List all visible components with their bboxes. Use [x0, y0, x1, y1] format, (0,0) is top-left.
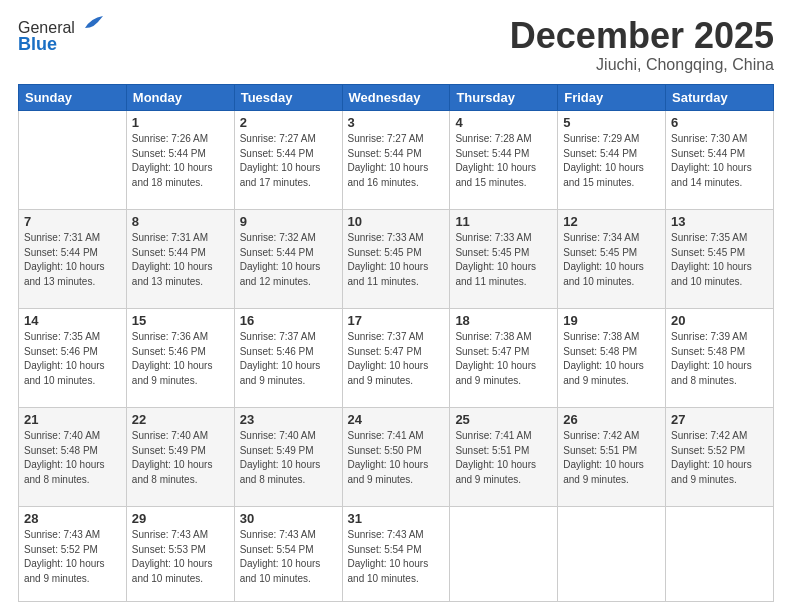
table-row: 8Sunrise: 7:31 AM Sunset: 5:44 PM Daylig… — [126, 210, 234, 309]
table-row: 4Sunrise: 7:28 AM Sunset: 5:44 PM Daylig… — [450, 111, 558, 210]
day-info: Sunrise: 7:42 AM Sunset: 5:51 PM Dayligh… — [563, 429, 660, 487]
day-number: 13 — [671, 214, 768, 229]
day-info: Sunrise: 7:28 AM Sunset: 5:44 PM Dayligh… — [455, 132, 552, 190]
col-wednesday: Wednesday — [342, 85, 450, 111]
day-info: Sunrise: 7:41 AM Sunset: 5:50 PM Dayligh… — [348, 429, 445, 487]
day-number: 6 — [671, 115, 768, 130]
day-number: 29 — [132, 511, 229, 526]
table-row — [450, 507, 558, 602]
day-info: Sunrise: 7:31 AM Sunset: 5:44 PM Dayligh… — [132, 231, 229, 289]
day-info: Sunrise: 7:29 AM Sunset: 5:44 PM Dayligh… — [563, 132, 660, 190]
day-info: Sunrise: 7:38 AM Sunset: 5:47 PM Dayligh… — [455, 330, 552, 388]
page-container: General Blue December 2025 Jiuchi, Chong… — [0, 0, 792, 612]
table-row: 1Sunrise: 7:26 AM Sunset: 5:44 PM Daylig… — [126, 111, 234, 210]
day-number: 7 — [24, 214, 121, 229]
day-number: 11 — [455, 214, 552, 229]
table-row — [666, 507, 774, 602]
day-number: 9 — [240, 214, 337, 229]
table-row: 3Sunrise: 7:27 AM Sunset: 5:44 PM Daylig… — [342, 111, 450, 210]
day-info: Sunrise: 7:38 AM Sunset: 5:48 PM Dayligh… — [563, 330, 660, 388]
table-row: 17Sunrise: 7:37 AM Sunset: 5:47 PM Dayli… — [342, 309, 450, 408]
day-number: 14 — [24, 313, 121, 328]
calendar-header-row: Sunday Monday Tuesday Wednesday Thursday… — [19, 85, 774, 111]
table-row: 10Sunrise: 7:33 AM Sunset: 5:45 PM Dayli… — [342, 210, 450, 309]
table-row: 22Sunrise: 7:40 AM Sunset: 5:49 PM Dayli… — [126, 408, 234, 507]
day-number: 24 — [348, 412, 445, 427]
table-row: 16Sunrise: 7:37 AM Sunset: 5:46 PM Dayli… — [234, 309, 342, 408]
day-info: Sunrise: 7:34 AM Sunset: 5:45 PM Dayligh… — [563, 231, 660, 289]
table-row: 18Sunrise: 7:38 AM Sunset: 5:47 PM Dayli… — [450, 309, 558, 408]
day-number: 21 — [24, 412, 121, 427]
day-info: Sunrise: 7:37 AM Sunset: 5:47 PM Dayligh… — [348, 330, 445, 388]
calendar-table: Sunday Monday Tuesday Wednesday Thursday… — [18, 84, 774, 602]
col-saturday: Saturday — [666, 85, 774, 111]
table-row: 2Sunrise: 7:27 AM Sunset: 5:44 PM Daylig… — [234, 111, 342, 210]
logo: General Blue — [18, 18, 105, 55]
day-info: Sunrise: 7:33 AM Sunset: 5:45 PM Dayligh… — [348, 231, 445, 289]
day-info: Sunrise: 7:43 AM Sunset: 5:54 PM Dayligh… — [240, 528, 337, 586]
day-info: Sunrise: 7:33 AM Sunset: 5:45 PM Dayligh… — [455, 231, 552, 289]
table-row: 28Sunrise: 7:43 AM Sunset: 5:52 PM Dayli… — [19, 507, 127, 602]
col-friday: Friday — [558, 85, 666, 111]
col-monday: Monday — [126, 85, 234, 111]
table-row: 13Sunrise: 7:35 AM Sunset: 5:45 PM Dayli… — [666, 210, 774, 309]
table-row: 15Sunrise: 7:36 AM Sunset: 5:46 PM Dayli… — [126, 309, 234, 408]
table-row: 14Sunrise: 7:35 AM Sunset: 5:46 PM Dayli… — [19, 309, 127, 408]
table-row: 11Sunrise: 7:33 AM Sunset: 5:45 PM Dayli… — [450, 210, 558, 309]
day-number: 15 — [132, 313, 229, 328]
day-number: 23 — [240, 412, 337, 427]
day-number: 22 — [132, 412, 229, 427]
day-info: Sunrise: 7:30 AM Sunset: 5:44 PM Dayligh… — [671, 132, 768, 190]
day-info: Sunrise: 7:43 AM Sunset: 5:54 PM Dayligh… — [348, 528, 445, 586]
col-thursday: Thursday — [450, 85, 558, 111]
day-number: 8 — [132, 214, 229, 229]
table-row: 31Sunrise: 7:43 AM Sunset: 5:54 PM Dayli… — [342, 507, 450, 602]
table-row — [558, 507, 666, 602]
table-row: 24Sunrise: 7:41 AM Sunset: 5:50 PM Dayli… — [342, 408, 450, 507]
day-info: Sunrise: 7:40 AM Sunset: 5:49 PM Dayligh… — [132, 429, 229, 487]
table-row: 9Sunrise: 7:32 AM Sunset: 5:44 PM Daylig… — [234, 210, 342, 309]
location-subtitle: Jiuchi, Chongqing, China — [510, 56, 774, 74]
day-info: Sunrise: 7:42 AM Sunset: 5:52 PM Dayligh… — [671, 429, 768, 487]
day-number: 4 — [455, 115, 552, 130]
table-row: 23Sunrise: 7:40 AM Sunset: 5:49 PM Dayli… — [234, 408, 342, 507]
day-number: 26 — [563, 412, 660, 427]
table-row: 29Sunrise: 7:43 AM Sunset: 5:53 PM Dayli… — [126, 507, 234, 602]
day-number: 25 — [455, 412, 552, 427]
day-number: 27 — [671, 412, 768, 427]
month-title: December 2025 — [510, 18, 774, 54]
calendar-week-row: 28Sunrise: 7:43 AM Sunset: 5:52 PM Dayli… — [19, 507, 774, 602]
calendar-week-row: 14Sunrise: 7:35 AM Sunset: 5:46 PM Dayli… — [19, 309, 774, 408]
day-number: 12 — [563, 214, 660, 229]
header: General Blue December 2025 Jiuchi, Chong… — [18, 18, 774, 74]
day-number: 2 — [240, 115, 337, 130]
day-info: Sunrise: 7:31 AM Sunset: 5:44 PM Dayligh… — [24, 231, 121, 289]
table-row: 7Sunrise: 7:31 AM Sunset: 5:44 PM Daylig… — [19, 210, 127, 309]
calendar-week-row: 1Sunrise: 7:26 AM Sunset: 5:44 PM Daylig… — [19, 111, 774, 210]
day-info: Sunrise: 7:35 AM Sunset: 5:46 PM Dayligh… — [24, 330, 121, 388]
day-number: 17 — [348, 313, 445, 328]
day-number: 31 — [348, 511, 445, 526]
day-info: Sunrise: 7:27 AM Sunset: 5:44 PM Dayligh… — [240, 132, 337, 190]
table-row: 25Sunrise: 7:41 AM Sunset: 5:51 PM Dayli… — [450, 408, 558, 507]
table-row — [19, 111, 127, 210]
table-row: 30Sunrise: 7:43 AM Sunset: 5:54 PM Dayli… — [234, 507, 342, 602]
day-info: Sunrise: 7:32 AM Sunset: 5:44 PM Dayligh… — [240, 231, 337, 289]
calendar-week-row: 7Sunrise: 7:31 AM Sunset: 5:44 PM Daylig… — [19, 210, 774, 309]
title-block: December 2025 Jiuchi, Chongqing, China — [510, 18, 774, 74]
day-info: Sunrise: 7:35 AM Sunset: 5:45 PM Dayligh… — [671, 231, 768, 289]
col-sunday: Sunday — [19, 85, 127, 111]
day-info: Sunrise: 7:40 AM Sunset: 5:48 PM Dayligh… — [24, 429, 121, 487]
day-info: Sunrise: 7:39 AM Sunset: 5:48 PM Dayligh… — [671, 330, 768, 388]
col-tuesday: Tuesday — [234, 85, 342, 111]
day-number: 30 — [240, 511, 337, 526]
day-info: Sunrise: 7:27 AM Sunset: 5:44 PM Dayligh… — [348, 132, 445, 190]
table-row: 20Sunrise: 7:39 AM Sunset: 5:48 PM Dayli… — [666, 309, 774, 408]
table-row: 5Sunrise: 7:29 AM Sunset: 5:44 PM Daylig… — [558, 111, 666, 210]
table-row: 26Sunrise: 7:42 AM Sunset: 5:51 PM Dayli… — [558, 408, 666, 507]
table-row: 6Sunrise: 7:30 AM Sunset: 5:44 PM Daylig… — [666, 111, 774, 210]
day-info: Sunrise: 7:36 AM Sunset: 5:46 PM Dayligh… — [132, 330, 229, 388]
table-row: 27Sunrise: 7:42 AM Sunset: 5:52 PM Dayli… — [666, 408, 774, 507]
table-row: 19Sunrise: 7:38 AM Sunset: 5:48 PM Dayli… — [558, 309, 666, 408]
day-number: 5 — [563, 115, 660, 130]
